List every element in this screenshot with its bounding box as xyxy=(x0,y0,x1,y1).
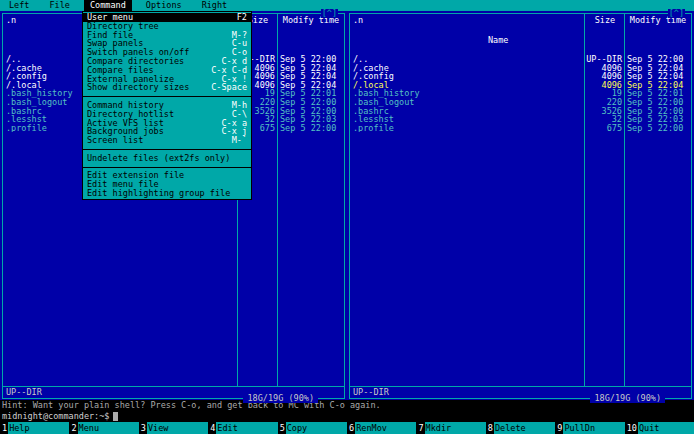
menu-item-user-menu[interactable]: User menu F2 xyxy=(83,13,251,22)
fkey-number: 8 xyxy=(486,422,494,434)
file-name: .lesshst xyxy=(350,115,585,124)
fkey-mkdir[interactable]: 7 Mkdir xyxy=(416,422,485,434)
menu-item-label: Edit extension file xyxy=(87,171,247,180)
fkey-number: 3 xyxy=(139,422,147,434)
file-size: 675 xyxy=(585,124,625,133)
menu-item-label: Screen list xyxy=(87,136,232,145)
panel-frame: [^] .n Name Size Modify time /.. xyxy=(349,13,692,399)
fkey-number: 6 xyxy=(347,422,355,434)
fkey-label: Mkdir xyxy=(425,422,486,434)
menu-right[interactable]: Right xyxy=(196,0,234,11)
menu-separator xyxy=(83,163,251,172)
disk-usage: 18G/19G (90%) xyxy=(243,394,318,403)
fkey-label: PullDn xyxy=(563,422,624,434)
menu-item-label: Undelete files (ext2fs only) xyxy=(87,154,247,163)
fkey-number: 5 xyxy=(278,422,286,434)
shell-prompt: midnight@commander:~$ xyxy=(2,411,109,421)
menu-item-edit-highlighting-group-file[interactable]: Edit highlighting group file xyxy=(83,189,251,198)
menu-options[interactable]: Options xyxy=(140,0,188,11)
fkey-number: 9 xyxy=(555,422,563,434)
column-header-mtime[interactable]: Modify time xyxy=(625,15,691,55)
text-cursor xyxy=(113,412,118,421)
fkey-copy[interactable]: 5 Copy xyxy=(278,422,347,434)
column-divider xyxy=(277,14,278,386)
menu-separator xyxy=(83,145,251,154)
panel-history-icon[interactable]: [^] xyxy=(321,9,338,18)
fkey-number: 1 xyxy=(0,422,8,434)
menu-item-command-history[interactable]: Command history M-h xyxy=(83,101,251,110)
menu-item-label: Swap panels xyxy=(87,39,232,48)
menu-item-label: Directory tree xyxy=(87,22,247,31)
menu-command[interactable]: Command xyxy=(84,0,132,11)
menu-item-label: Active VFS list xyxy=(87,119,221,128)
function-key-bar: 1 Help 2 Menu 3 View 4 Edit 5 Copy xyxy=(0,422,694,434)
menu-item-edit-menu-file[interactable]: Edit menu file xyxy=(83,180,251,189)
column-divider xyxy=(584,14,585,386)
file-list: /.. UP--DIR Sep 5 22:00 /.cache 4096 Sep… xyxy=(350,55,691,386)
file-name: /.local xyxy=(350,81,585,90)
menu-item-label: External panelize xyxy=(87,75,221,84)
file-row-profile[interactable]: .profile 675 Sep 5 22:00 xyxy=(350,124,691,133)
sort-indicator: .n xyxy=(6,15,16,25)
menu-item-swap-panels[interactable]: Swap panels C-u xyxy=(83,39,251,48)
menu-item-label: Directory hotlist xyxy=(87,110,232,119)
menu-item-find-file[interactable]: Find file M-? xyxy=(83,31,251,40)
fkey-label: Edit xyxy=(216,422,277,434)
menu-left[interactable]: Left xyxy=(3,0,35,11)
fkey-label: View xyxy=(147,422,208,434)
menu-item-shortcut: M-` xyxy=(232,136,247,145)
column-header-mtime[interactable]: Modify time xyxy=(278,15,344,55)
panel-columns-header: .n Name Size Modify time xyxy=(350,15,691,55)
menu-item-label: Edit menu file xyxy=(87,180,247,189)
menu-file[interactable]: File xyxy=(43,0,75,11)
fkey-edit[interactable]: 4 Edit xyxy=(208,422,277,434)
command-menu: User menu F2 Directory tree Find file M-… xyxy=(82,11,252,200)
menu-item-label: Show directory sizes xyxy=(87,83,211,92)
menu-item-undelete-files-ext2fs-only[interactable]: Undelete files (ext2fs only) xyxy=(83,154,251,163)
column-header-size[interactable]: Size xyxy=(585,15,625,55)
menu-item-label: Background jobs xyxy=(87,127,221,136)
fkey-number: 2 xyxy=(69,422,77,434)
menu-item-label: User menu xyxy=(87,13,237,22)
fkey-label: Copy xyxy=(286,422,347,434)
file-name: .bash_history xyxy=(350,89,585,98)
panel-history-icon[interactable]: [^] xyxy=(668,9,685,18)
fkey-quit[interactable]: 10 Quit xyxy=(625,422,694,434)
right-panel: [^] .n Name Size Modify time /.. xyxy=(347,11,694,400)
menu-item-label: Switch panels on/off xyxy=(87,48,232,57)
menu-item-show-directory-sizes[interactable]: Show directory sizes C-Space xyxy=(83,83,251,92)
file-name: .profile xyxy=(350,124,585,133)
fkey-delete[interactable]: 8 Delete xyxy=(486,422,555,434)
mc-screen: Left File Command Options Right [^] .n N… xyxy=(0,0,694,434)
column-header-name[interactable]: .n Name xyxy=(350,15,585,55)
file-name: /.config xyxy=(350,72,585,81)
file-mtime: Sep 5 22:00 xyxy=(278,124,344,133)
file-name: /.. xyxy=(350,55,585,64)
file-mtime: Sep 5 22:00 xyxy=(625,124,691,133)
fkey-label: Delete xyxy=(494,422,555,434)
fkey-help[interactable]: 1 Help xyxy=(0,422,69,434)
fkey-label: Menu xyxy=(78,422,139,434)
fkey-label: Quit xyxy=(638,422,694,434)
file-name: .bash_logout xyxy=(350,98,585,107)
fkey-view[interactable]: 3 View xyxy=(139,422,208,434)
menu-item-background-jobs[interactable]: Background jobs C-x j xyxy=(83,127,251,136)
menu-item-screen-list[interactable]: Screen list M-` xyxy=(83,136,251,145)
fkey-number: 4 xyxy=(208,422,216,434)
fkey-renmov[interactable]: 6 RenMov xyxy=(347,422,416,434)
fkey-menu[interactable]: 2 Menu xyxy=(69,422,138,434)
fkey-number: 7 xyxy=(416,422,424,434)
menu-item-label: Command history xyxy=(87,101,232,110)
fkey-pulldn[interactable]: 9 PullDn xyxy=(555,422,624,434)
menu-item-directory-tree[interactable]: Directory tree xyxy=(83,22,251,31)
column-header-name-label: Name xyxy=(488,35,508,45)
fkey-number: 10 xyxy=(625,422,638,434)
command-line[interactable]: midnight@commander:~$ xyxy=(0,410,694,422)
disk-usage: 18G/19G (90%) xyxy=(590,394,665,403)
menu-bar: Left File Command Options Right xyxy=(0,0,694,11)
menu-item-edit-extension-file[interactable]: Edit extension file xyxy=(83,171,251,180)
column-divider xyxy=(624,14,625,386)
menu-item-label: Find file xyxy=(87,31,232,40)
file-name: /.cache xyxy=(350,64,585,73)
menu-separator xyxy=(83,92,251,101)
